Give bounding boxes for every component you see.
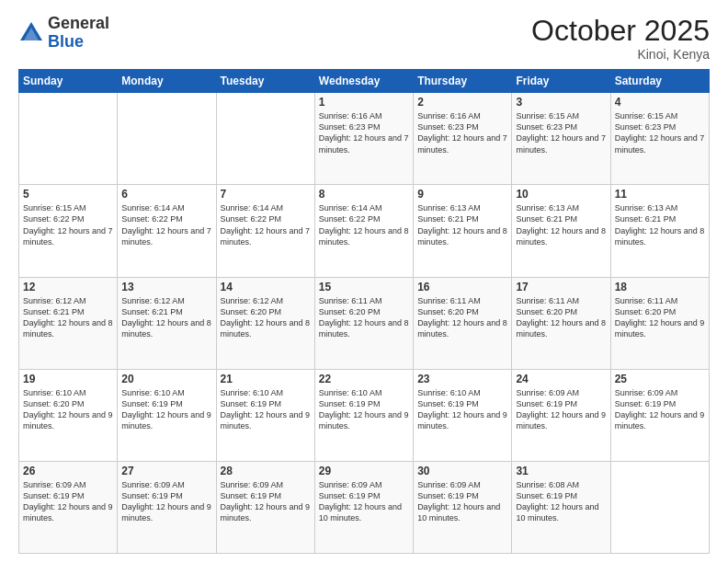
calendar-cell <box>118 93 216 185</box>
calendar-cell: 18Sunrise: 6:11 AMSunset: 6:20 PMDayligh… <box>610 277 709 369</box>
day-number: 30 <box>417 465 507 477</box>
day-info: Sunrise: 6:11 AMSunset: 6:20 PMDaylight:… <box>615 295 705 340</box>
day-info: Sunrise: 6:09 AMSunset: 6:19 PMDaylight:… <box>516 387 606 432</box>
day-number: 18 <box>615 281 705 293</box>
day-info: Sunrise: 6:12 AMSunset: 6:20 PMDaylight:… <box>221 295 311 340</box>
day-info: Sunrise: 6:13 AMSunset: 6:21 PMDaylight:… <box>417 202 507 247</box>
day-info: Sunrise: 6:15 AMSunset: 6:22 PMDaylight:… <box>23 202 113 247</box>
logo: General Blue <box>18 15 109 52</box>
day-number: 1 <box>319 96 409 109</box>
logo-blue-text: Blue <box>48 32 84 51</box>
location: Kinoi, Kenya <box>531 47 710 62</box>
header: General Blue October 2025 Kinoi, Kenya <box>18 15 710 62</box>
day-info: Sunrise: 6:11 AMSunset: 6:20 PMDaylight:… <box>417 295 507 340</box>
day-number: 23 <box>417 373 507 385</box>
day-header-sunday: Sunday <box>19 70 118 93</box>
calendar-cell: 26Sunrise: 6:09 AMSunset: 6:19 PMDayligh… <box>19 461 118 553</box>
day-info: Sunrise: 6:10 AMSunset: 6:19 PMDaylight:… <box>121 387 211 432</box>
day-info: Sunrise: 6:14 AMSunset: 6:22 PMDaylight:… <box>319 202 409 247</box>
day-header-wednesday: Wednesday <box>314 70 413 93</box>
day-number: 6 <box>121 188 211 201</box>
calendar-cell: 30Sunrise: 6:09 AMSunset: 6:19 PMDayligh… <box>414 461 512 553</box>
day-number: 29 <box>319 465 409 477</box>
calendar-cell <box>19 93 118 185</box>
calendar-cell: 20Sunrise: 6:10 AMSunset: 6:19 PMDayligh… <box>118 369 216 461</box>
calendar-cell: 13Sunrise: 6:12 AMSunset: 6:21 PMDayligh… <box>118 277 216 369</box>
day-info: Sunrise: 6:08 AMSunset: 6:19 PMDaylight:… <box>516 479 606 524</box>
day-info: Sunrise: 6:09 AMSunset: 6:19 PMDaylight:… <box>121 479 211 524</box>
day-info: Sunrise: 6:11 AMSunset: 6:20 PMDaylight:… <box>319 295 409 340</box>
day-number: 14 <box>221 281 311 293</box>
calendar-cell: 3Sunrise: 6:15 AMSunset: 6:23 PMDaylight… <box>512 93 610 185</box>
day-number: 19 <box>23 373 113 385</box>
title-block: October 2025 Kinoi, Kenya <box>531 15 710 62</box>
calendar-cell: 16Sunrise: 6:11 AMSunset: 6:20 PMDayligh… <box>414 277 512 369</box>
day-number: 15 <box>319 281 409 293</box>
calendar-week-row: 5Sunrise: 6:15 AMSunset: 6:22 PMDaylight… <box>19 185 710 277</box>
calendar-cell: 5Sunrise: 6:15 AMSunset: 6:22 PMDaylight… <box>19 185 118 277</box>
day-header-thursday: Thursday <box>414 70 512 93</box>
day-number: 24 <box>516 373 606 385</box>
day-info: Sunrise: 6:10 AMSunset: 6:19 PMDaylight:… <box>319 387 409 432</box>
day-number: 4 <box>615 96 705 109</box>
day-number: 20 <box>121 373 211 385</box>
day-info: Sunrise: 6:10 AMSunset: 6:19 PMDaylight:… <box>221 387 311 432</box>
calendar-cell: 11Sunrise: 6:13 AMSunset: 6:21 PMDayligh… <box>610 185 709 277</box>
day-number: 31 <box>516 465 606 477</box>
calendar-cell: 24Sunrise: 6:09 AMSunset: 6:19 PMDayligh… <box>512 369 610 461</box>
day-info: Sunrise: 6:14 AMSunset: 6:22 PMDaylight:… <box>121 202 211 247</box>
day-info: Sunrise: 6:09 AMSunset: 6:19 PMDaylight:… <box>417 479 507 524</box>
calendar-cell: 9Sunrise: 6:13 AMSunset: 6:21 PMDaylight… <box>414 185 512 277</box>
day-header-saturday: Saturday <box>610 70 709 93</box>
day-number: 21 <box>221 373 311 385</box>
calendar-cell: 1Sunrise: 6:16 AMSunset: 6:23 PMDaylight… <box>314 93 413 185</box>
day-header-friday: Friday <box>512 70 610 93</box>
calendar-cell <box>216 93 314 185</box>
calendar-cell: 23Sunrise: 6:10 AMSunset: 6:19 PMDayligh… <box>414 369 512 461</box>
calendar-week-row: 1Sunrise: 6:16 AMSunset: 6:23 PMDaylight… <box>19 93 710 185</box>
day-number: 8 <box>319 188 409 201</box>
calendar-cell: 29Sunrise: 6:09 AMSunset: 6:19 PMDayligh… <box>314 461 413 553</box>
calendar-week-row: 19Sunrise: 6:10 AMSunset: 6:20 PMDayligh… <box>19 369 710 461</box>
day-number: 11 <box>615 188 705 201</box>
day-info: Sunrise: 6:14 AMSunset: 6:22 PMDaylight:… <box>221 202 311 247</box>
calendar-week-row: 12Sunrise: 6:12 AMSunset: 6:21 PMDayligh… <box>19 277 710 369</box>
calendar-cell: 17Sunrise: 6:11 AMSunset: 6:20 PMDayligh… <box>512 277 610 369</box>
day-number: 22 <box>319 373 409 385</box>
day-info: Sunrise: 6:13 AMSunset: 6:21 PMDaylight:… <box>516 202 606 247</box>
calendar-cell: 12Sunrise: 6:12 AMSunset: 6:21 PMDayligh… <box>19 277 118 369</box>
day-info: Sunrise: 6:13 AMSunset: 6:21 PMDaylight:… <box>615 202 705 247</box>
calendar-cell: 15Sunrise: 6:11 AMSunset: 6:20 PMDayligh… <box>314 277 413 369</box>
day-number: 10 <box>516 188 606 201</box>
day-info: Sunrise: 6:15 AMSunset: 6:23 PMDaylight:… <box>615 110 705 155</box>
day-number: 13 <box>121 281 211 293</box>
day-info: Sunrise: 6:10 AMSunset: 6:19 PMDaylight:… <box>417 387 507 432</box>
calendar-cell: 6Sunrise: 6:14 AMSunset: 6:22 PMDaylight… <box>118 185 216 277</box>
day-number: 25 <box>615 373 705 385</box>
calendar-cell: 27Sunrise: 6:09 AMSunset: 6:19 PMDayligh… <box>118 461 216 553</box>
day-number: 12 <box>23 281 113 293</box>
calendar-cell: 19Sunrise: 6:10 AMSunset: 6:20 PMDayligh… <box>19 369 118 461</box>
calendar-cell: 2Sunrise: 6:16 AMSunset: 6:23 PMDaylight… <box>414 93 512 185</box>
calendar-cell: 21Sunrise: 6:10 AMSunset: 6:19 PMDayligh… <box>216 369 314 461</box>
day-info: Sunrise: 6:11 AMSunset: 6:20 PMDaylight:… <box>516 295 606 340</box>
calendar-cell: 28Sunrise: 6:09 AMSunset: 6:19 PMDayligh… <box>216 461 314 553</box>
calendar-cell: 25Sunrise: 6:09 AMSunset: 6:19 PMDayligh… <box>610 369 709 461</box>
day-info: Sunrise: 6:12 AMSunset: 6:21 PMDaylight:… <box>121 295 211 340</box>
day-info: Sunrise: 6:12 AMSunset: 6:21 PMDaylight:… <box>23 295 113 340</box>
page: General Blue October 2025 Kinoi, Kenya S… <box>0 0 728 563</box>
logo-icon <box>18 20 44 46</box>
day-info: Sunrise: 6:09 AMSunset: 6:19 PMDaylight:… <box>221 479 311 524</box>
day-info: Sunrise: 6:16 AMSunset: 6:23 PMDaylight:… <box>319 110 409 155</box>
calendar-cell: 8Sunrise: 6:14 AMSunset: 6:22 PMDaylight… <box>314 185 413 277</box>
day-number: 28 <box>221 465 311 477</box>
day-info: Sunrise: 6:15 AMSunset: 6:23 PMDaylight:… <box>516 110 606 155</box>
day-number: 2 <box>417 96 507 109</box>
calendar-cell: 10Sunrise: 6:13 AMSunset: 6:21 PMDayligh… <box>512 185 610 277</box>
day-number: 3 <box>516 96 606 109</box>
calendar-cell: 31Sunrise: 6:08 AMSunset: 6:19 PMDayligh… <box>512 461 610 553</box>
day-number: 27 <box>121 465 211 477</box>
month-title: October 2025 <box>531 15 710 47</box>
calendar-week-row: 26Sunrise: 6:09 AMSunset: 6:19 PMDayligh… <box>19 461 710 553</box>
day-info: Sunrise: 6:10 AMSunset: 6:20 PMDaylight:… <box>23 387 113 432</box>
